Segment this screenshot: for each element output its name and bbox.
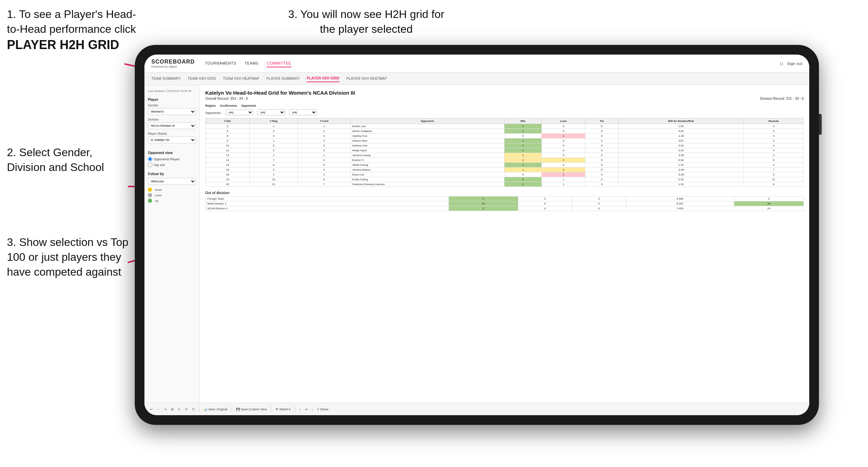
cell-win: 1 xyxy=(504,163,542,168)
filter-region-title: Region xyxy=(205,104,216,107)
nav-tournaments[interactable]: TOURNAMENTS xyxy=(205,60,236,67)
cell-reg: 6 xyxy=(249,143,298,148)
colour-label-level: Level xyxy=(155,194,161,197)
radio-opponents-played[interactable]: Opponents Played xyxy=(148,157,196,161)
division-label: Division xyxy=(148,118,196,121)
cell-conf: 3 xyxy=(298,143,350,148)
nav-teams[interactable]: TEAMS xyxy=(245,60,258,67)
cell-label: NCAA Division 2 xyxy=(206,206,449,211)
table-row: 9 1 4 Sharon Mun 1 0 0 3.67 3 xyxy=(206,139,804,143)
filter-conference-title: Conference xyxy=(220,104,237,107)
filter-row-selects: Opponents: (All) (All) (All) xyxy=(205,109,804,115)
nav-right: i | Sign out xyxy=(780,60,802,67)
filter-opponent-group: Opponent xyxy=(241,104,256,107)
col-reg: # Reg xyxy=(249,118,298,124)
tablet-button xyxy=(819,114,822,135)
cell-opponent: Eunice Yi xyxy=(350,158,504,163)
cell-reg: 7 xyxy=(249,158,298,163)
col-loss: Loss xyxy=(542,118,585,124)
cell-win: 0 xyxy=(504,134,542,139)
instruction-text-bottom: 3. Show selection vs Top 100 or just pla… xyxy=(7,236,129,278)
cell-rounds: 11 xyxy=(744,177,803,182)
cell-tie: 0 xyxy=(585,153,618,158)
cell-tie: 0 xyxy=(585,139,618,143)
nav-separator: i | xyxy=(780,61,783,66)
toolbar-watch[interactable]: 👁 Watch ▾ xyxy=(275,408,291,411)
sub-nav-team-summary[interactable]: TEAM SUMMARY xyxy=(151,75,181,82)
cell-diff: 4.00 xyxy=(618,143,744,148)
sidebar: Last Updated: 27/03/2024 16:55:38 Player… xyxy=(144,85,200,415)
cell-reg: 1 xyxy=(249,153,298,158)
toolbar-sep-5 xyxy=(312,407,312,412)
cell-opponent: Alexis Sudijanto xyxy=(350,129,504,134)
table-row: 16 3 4 Jessica Mason 1 2 0 -0.94 7 xyxy=(206,168,804,172)
cell-diff: 1.25 xyxy=(618,163,744,168)
table-row: 14 7 4 Eunice Yi 2 2 0 0.38 9 xyxy=(206,158,804,163)
cell-win: 2 xyxy=(504,182,542,187)
sub-nav-player-summary[interactable]: PLAYER SUMMARY xyxy=(266,75,300,82)
cell-div: 18 xyxy=(206,172,250,177)
filter-opponent-select[interactable]: (All) xyxy=(289,109,317,115)
cell-loss: 1 xyxy=(542,182,585,187)
gender-select[interactable]: Women's xyxy=(148,108,196,115)
toolbar-share[interactable]: ↗ Share xyxy=(317,408,329,411)
toolbar-view-original[interactable]: 📊 View: Original xyxy=(204,408,227,411)
toolbar-save-custom[interactable]: 💾 Save Custom View xyxy=(236,408,267,411)
division-select[interactable]: NCAA Division III xyxy=(148,122,196,129)
panel-title: Katelyn Vo Head-to-Head Grid for Women's… xyxy=(205,90,804,96)
cell-loss: 2 xyxy=(542,158,585,163)
cell-loss: 0 xyxy=(542,143,585,148)
radio-top-100-input[interactable] xyxy=(148,163,152,167)
toolbar-expand-h[interactable]: ⇔ xyxy=(305,408,308,411)
cell-rounds: 7 xyxy=(744,168,803,172)
toolbar-expand-v[interactable]: ↕ xyxy=(299,408,301,411)
cell-diff: 3.67 xyxy=(618,139,744,143)
colour-dot-down xyxy=(148,188,152,192)
sub-nav-team-h2h-heatmap[interactable]: TEAM H2H HEATMAP xyxy=(223,75,260,82)
cell-win: 0 xyxy=(504,172,542,177)
cell-reg: 1 xyxy=(249,139,298,143)
cell-reg: 2 xyxy=(249,172,298,177)
cell-conf: 5 xyxy=(298,163,350,168)
col-opponent: Opponent xyxy=(350,118,504,124)
radio-top-100[interactable]: Top 100 xyxy=(148,163,196,167)
cell-rounds: 4 xyxy=(744,163,803,168)
col-diff: Diff Av Strokes/Rnd xyxy=(618,118,744,124)
overall-record: Overall Record: 353 - 34 - 6 xyxy=(205,97,248,101)
radio-opponents-played-label: Opponents Played xyxy=(154,158,179,161)
player-rank-select[interactable]: 8. Katelyn Vo xyxy=(148,136,196,143)
sub-nav-player-h2h-grid[interactable]: PLAYER H2H GRID xyxy=(307,75,340,82)
colour-by-select[interactable]: Win/Loss xyxy=(148,178,196,185)
cell-win: 1 xyxy=(504,153,542,158)
logo-sub: Powered by clippd xyxy=(151,65,195,68)
cell-tie: 0 xyxy=(585,168,618,172)
cell-win: 1 xyxy=(449,197,518,201)
table-row: NAIA Division 1 15 0 0 9.267 30 xyxy=(206,201,804,206)
cell-win: 1 xyxy=(504,148,542,153)
logo-main: SCOREBOARD xyxy=(151,59,195,65)
instruction-text-middle: 2. Select Gender, Division and School xyxy=(7,146,104,173)
cell-rounds: 2 xyxy=(734,197,803,201)
colour-legend-level: Level xyxy=(148,193,196,197)
nav-committee[interactable]: COMMITTEE xyxy=(267,60,291,67)
out-of-division-table: Foreign Team 1 0 0 4.500 2 NAIA Division… xyxy=(205,196,804,211)
instruction-bottom-left: 3. Show selection vs Top 100 or just pla… xyxy=(7,235,131,280)
sub-nav-team-h2h-grid[interactable]: TEAM H2H GRID xyxy=(188,75,216,82)
cell-tie: 0 xyxy=(585,172,618,177)
cell-win: 5 xyxy=(449,206,518,211)
filter-conference-select[interactable]: (All) xyxy=(257,109,285,115)
radio-top-100-label: Top 100 xyxy=(154,163,165,167)
sign-out-button[interactable]: Sign out xyxy=(787,60,802,67)
radio-opponents-played-input[interactable] xyxy=(148,157,152,161)
cell-label: NAIA Division 1 xyxy=(206,201,449,206)
cell-label: Foreign Team xyxy=(206,197,449,201)
table-row: Foreign Team 1 0 0 4.500 2 xyxy=(206,197,804,201)
cell-opponent: Stella Cheng xyxy=(350,163,504,168)
main-content: Last Updated: 27/03/2024 16:55:38 Player… xyxy=(144,85,809,415)
cell-div: 6 xyxy=(206,134,250,139)
table-row: 15 8 5 Stella Cheng 1 0 0 1.25 4 xyxy=(206,163,804,168)
cell-tie: 0 xyxy=(572,197,626,201)
filter-region-select[interactable]: (All) xyxy=(226,109,253,115)
sub-nav-player-h2h-heatmap[interactable]: PLAYER H2H HEATMAP xyxy=(346,75,387,82)
cell-diff: -0.94 xyxy=(618,168,744,172)
